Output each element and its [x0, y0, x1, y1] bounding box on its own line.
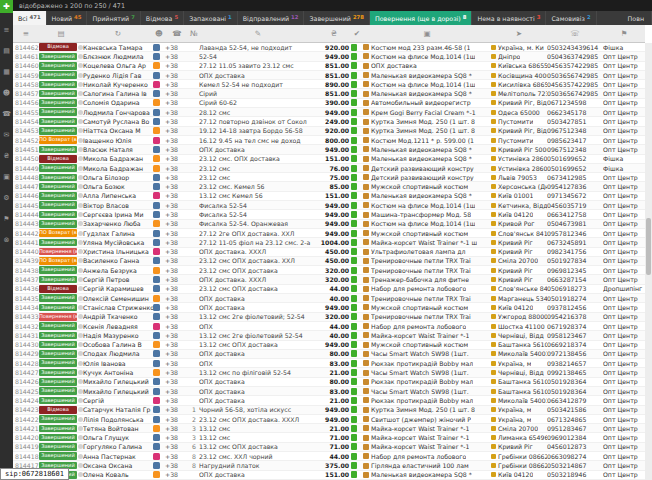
client-name[interactable]: Ольга Білозор — [83, 173, 153, 182]
manager-comment[interactable]: 23.12 смс ОПХ доставка — [199, 266, 317, 275]
client-name[interactable]: Соломія Одарина — [83, 99, 153, 108]
product-name[interactable]: Костюм на флисе Мод.1014 (1ш — [371, 220, 475, 229]
order-row[interactable]: 814435 Завершений Олексій Семенишин +38 … — [13, 294, 645, 303]
column-phone2[interactable]: ☏ — [547, 29, 603, 38]
manager-comment[interactable]: 52-54 — [199, 52, 317, 61]
manager-comment[interactable]: ОПХ доставка — [199, 387, 317, 396]
product-name[interactable]: Тренировочные петли TRX Trai — [371, 257, 471, 266]
client-phone[interactable]: 0503421586 — [547, 406, 603, 415]
product-name[interactable]: ОПХ доставка — [371, 62, 417, 71]
product-name[interactable]: Свитшот (джемпер) жіночий Р — [371, 415, 471, 424]
client-name[interactable]: Микола Бадражан — [83, 155, 153, 164]
product-name[interactable]: Маленькая видеокамера SQ8 * — [371, 192, 472, 201]
client-phone[interactable]: 0503427851 — [547, 117, 603, 126]
client-phone[interactable]: 0456357422985 — [547, 80, 603, 89]
client-phone[interactable]: 0969012384 — [547, 433, 603, 442]
clients-icon[interactable]: ☻ — [0, 89, 13, 97]
status-tab[interactable]: Завершений 278 — [304, 11, 369, 25]
manager-comment[interactable]: 23.12 смс ОПХ доставка — [199, 285, 317, 294]
manager-comment[interactable]: 19.12 14-18 завтра Бордо 56-58 — [199, 127, 317, 136]
client-phone[interactable]: 0663098274 — [547, 452, 603, 461]
manager-comment[interactable]: 13.12 смс ОПХ доставка — [199, 341, 317, 350]
column-delivery[interactable]: ➤ — [491, 29, 547, 38]
product-name[interactable]: Куртка Зимня Мод. 250 (1 шт. 8 — [371, 406, 475, 415]
product-name[interactable]: Маленькая видеокамера SQ8 * — [371, 145, 472, 154]
client-name[interactable]: Коцелева Ольга Ар — [83, 62, 153, 71]
product-name[interactable]: Мужской спортивный костюм — [371, 229, 468, 238]
order-row[interactable]: 814450 Відмова Микола Бадражан +38 23.12… — [13, 155, 645, 164]
manager-comment[interactable]: ОПХ — [199, 322, 317, 331]
order-row[interactable]: 814433 Повернення (в. Андрій Ткаченко +3… — [13, 313, 645, 322]
manager-comment[interactable]: 27.12 повторно дзвінок от Сокол — [199, 117, 317, 126]
manager-comment[interactable]: Кемел 52-54 не подходит — [199, 80, 317, 89]
client-name[interactable]: Горгуляко Галина — [83, 443, 153, 452]
client-phone[interactable]: 0671234598 — [547, 99, 603, 108]
client-name[interactable]: Тетяна Войтован — [83, 424, 153, 433]
client-name[interactable]: Гудзлах Галина — [83, 229, 153, 238]
column-phone[interactable]: ☎ — [165, 29, 189, 38]
order-row[interactable]: 814430 Завершений Особова Галина В +38 1… — [13, 341, 645, 350]
manager-comment[interactable]: ОПХ доставка — [199, 71, 317, 80]
client-name[interactable]: Христина Ільницька — [83, 248, 153, 257]
order-row[interactable]: 814426 Завершений Михайло Гилецький +38 … — [13, 378, 645, 387]
client-name[interactable]: Салогина Галина Ів — [83, 89, 153, 98]
product-name[interactable]: Детский развивающий констру — [371, 173, 474, 182]
client-phone[interactable]: 0456035719 — [547, 201, 603, 210]
column-comment[interactable]: ✎ — [199, 29, 317, 38]
order-row[interactable]: 814440 Повернення (в. Христина Ільницька… — [13, 248, 645, 257]
order-row[interactable]: 814429 Завершений Сподах Людмила +38 ОПХ… — [13, 350, 645, 359]
client-phone[interactable]: 0985623417 — [547, 136, 603, 145]
manager-comment[interactable]: Фисалка 52-54 — [199, 210, 317, 219]
order-row[interactable]: 814448 Завершений Ольга Білозор +38 23.1… — [13, 173, 645, 182]
client-phone[interactable]: 0504363742985 — [547, 52, 603, 61]
client-name[interactable]: Ксенія Левадняя — [83, 322, 153, 331]
calls-icon[interactable]: ☎ — [0, 110, 13, 118]
client-phone[interactable]: 0954216378 — [547, 313, 603, 322]
client-name[interactable]: Олена Коваль — [83, 471, 153, 480]
manager-comment[interactable]: 13.12 смс — [199, 424, 317, 433]
manager-comment[interactable]: ОПХ доставка — [199, 350, 317, 359]
product-name[interactable]: Набор для ремонта лобового — [371, 322, 466, 331]
client-phone[interactable]: 0456012873 — [547, 443, 603, 452]
product-name[interactable]: Детский развивающий констру — [371, 164, 474, 173]
manager-comment[interactable]: Фисалка 52-54. Оранжевая — [199, 220, 317, 229]
client-phone[interactable]: 0503218946 — [547, 471, 603, 480]
manager-comment[interactable]: 13.12 смс 2ге фіолетовий; 52-54 — [199, 313, 317, 322]
menu-icon[interactable]: ≡ — [0, 26, 13, 34]
manager-comment[interactable]: 23.12 смс. Кемел 56 — [199, 182, 317, 191]
product-name[interactable]: Набор для ремонта лобового — [371, 452, 466, 461]
product-name[interactable]: Машина-трансформер Мод. 58 — [371, 210, 471, 219]
manager-comment[interactable]: ОПХ доставка. ХХХЛ — [199, 248, 317, 257]
column-total[interactable]: ₴ — [317, 29, 351, 38]
order-row[interactable]: 814453 Завершений Ніаттєа Оксана М +38 1… — [13, 127, 645, 136]
client-phone[interactable]: 0503243439614 — [547, 43, 603, 52]
order-row[interactable]: 814424 Завершений Сергій +38 ОПХ доставк… — [13, 396, 645, 405]
client-name[interactable]: Сергєєва Ірина Ми — [83, 210, 153, 219]
product-name[interactable]: Часы Smart Watch SW98 (1шт. — [371, 368, 469, 377]
logout-icon[interactable]: ⊗ — [0, 236, 13, 244]
client-name[interactable]: Михайло Гилецький — [83, 387, 153, 396]
order-row[interactable]: 814416 Завершений Олена Коваль +38 ОПХ д… — [13, 471, 645, 480]
manager-comment[interactable]: 16.12 9.45 на тел смс не доход — [199, 136, 317, 145]
order-row[interactable]: 814437 Завершений Сергій Петров +38 ОПХ … — [13, 275, 645, 284]
product-name[interactable]: Тренировочные петли TRX Trai — [371, 266, 471, 275]
order-row[interactable]: 814451 Завершений Власюк Наталя +38 ОПХ … — [13, 145, 645, 154]
product-name[interactable]: Костюм на флисе Мод.1014 (1ш — [371, 201, 475, 210]
order-row[interactable]: 814445 Завершений Віктор Власов +38 Фиса… — [13, 201, 645, 210]
manager-comment[interactable]: 28.12 смс — [199, 108, 317, 117]
manager-comment[interactable]: 13.12 смс Кемел 56 — [199, 192, 317, 201]
manager-comment[interactable]: 13.12 смс 2ге фіолетовий 52-54 — [199, 331, 317, 340]
product-name[interactable]: Тренировочные петли TRX Trai — [371, 313, 471, 322]
product-name[interactable]: Рюкзак протикрадій Bobby мал — [371, 359, 473, 368]
order-row[interactable]: 814420 Завершений Ольга Глущук +38 3 13.… — [13, 433, 645, 442]
order-row[interactable]: 814462 Відмова Канєвська Тамара +38 Лава… — [13, 43, 645, 52]
client-phone[interactable]: 0663287154 — [547, 275, 603, 284]
manager-comment[interactable]: Чорний 56-58, хотіла искусс — [199, 406, 317, 415]
client-phone[interactable]: 0969812345 — [547, 266, 603, 275]
finance-icon[interactable]: ₴ — [0, 152, 13, 160]
manager-comment[interactable]: Сірий 60-62 — [199, 99, 317, 108]
status-tab[interactable]: Повернення (ще в дорозі) 8 — [370, 11, 472, 25]
order-row[interactable]: 814418 Завершений Анна Пастернак +38 8 2… — [13, 452, 645, 461]
order-row[interactable]: 814438 Завершений Анжела Безрука +38 23.… — [13, 266, 645, 275]
client-phone[interactable]: 0967512348 — [547, 145, 603, 154]
